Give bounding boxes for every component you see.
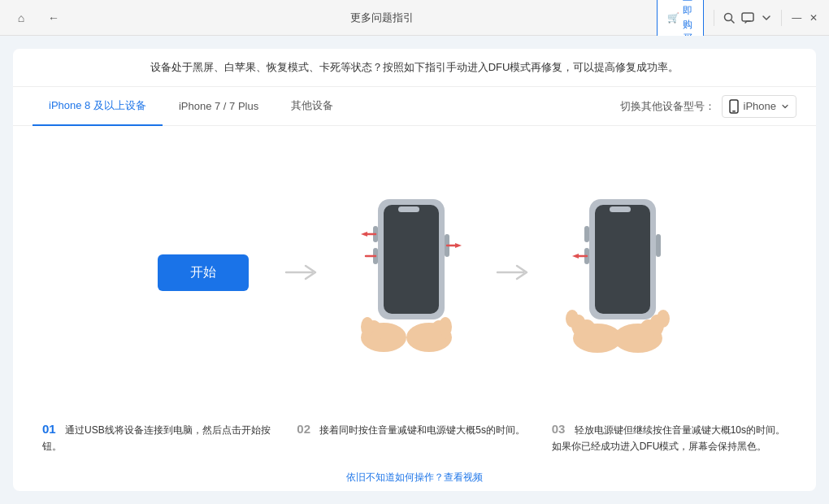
search-button[interactable]: [723, 7, 735, 29]
svg-marker-25: [572, 254, 579, 259]
step-desc-1: 01 通过USB线将设备连接到电脑，然后点击开始按钮。: [33, 419, 287, 454]
main-card: iPhone 8 及以上设备 iPhone 7 / 7 Plus 其他设备 切换…: [13, 87, 816, 491]
info-bar: 设备处于黑屏、白苹果、恢复模式、卡死等状态？按照如下指引手动进入DFU模式再修复…: [13, 49, 816, 87]
chat-button[interactable]: [741, 7, 754, 29]
tabs-bar: iPhone 8 及以上设备 iPhone 7 / 7 Plus 其他设备 切换…: [13, 87, 816, 126]
chevron-down-small-icon: [781, 102, 789, 111]
svg-marker-11: [361, 232, 367, 237]
svg-rect-2: [742, 13, 753, 21]
device-selector-label: 切换其他设备型号：: [620, 99, 715, 114]
step-text-3: 轻放电源键但继续按住音量减键大概10s的时间。如果你已经成功进入DFU模式，屏幕…: [552, 424, 785, 452]
steps-descriptions: 01 通过USB线将设备连接到电脑，然后点击开始按钮。 02 接着同时按住音量减…: [13, 419, 816, 464]
tab-other[interactable]: 其他设备: [275, 87, 349, 126]
page-title: 更多问题指引: [350, 11, 414, 25]
step-desc-2: 02 接着同时按住音量减键和电源键大概5s的时间。: [287, 419, 541, 454]
chat-icon: [741, 12, 754, 24]
back-button[interactable]: ←: [42, 7, 65, 29]
tab-iphone8[interactable]: iPhone 8 及以上设备: [33, 87, 163, 126]
home-button[interactable]: ⌂: [10, 7, 33, 29]
titlebar-center: 更多问题指引: [107, 11, 657, 25]
footer-link-area: 依旧不知道如何操作？查看视频: [13, 464, 816, 491]
svg-point-15: [361, 317, 374, 337]
titlebar-left: ⌂ ←: [10, 7, 107, 29]
svg-rect-4: [732, 111, 736, 112]
content-area: 开始: [13, 126, 816, 491]
arrow-right-icon-1: [284, 263, 317, 282]
svg-point-18: [439, 317, 452, 337]
step-num-2: 02: [297, 422, 310, 436]
svg-rect-7: [398, 206, 419, 212]
close-button[interactable]: ✕: [809, 7, 819, 29]
chevron-down-button[interactable]: [761, 7, 771, 29]
phone-small-icon: [729, 99, 739, 114]
svg-line-1: [731, 20, 735, 23]
phone-svg-2: [536, 187, 699, 358]
svg-rect-20: [595, 205, 650, 314]
svg-rect-22: [584, 226, 589, 242]
phone-illustration-1: [325, 187, 488, 358]
svg-marker-12: [455, 243, 462, 248]
arrow-2: [488, 263, 536, 282]
arrow-right-icon-2: [496, 263, 528, 282]
step-num-3: 03: [552, 422, 566, 436]
device-name: iPhone: [744, 100, 776, 112]
search-icon: [723, 12, 735, 24]
arrow-1: [276, 263, 325, 282]
step-text-2: 接着同时按住音量减键和电源键大概5s的时间。: [319, 424, 525, 436]
device-selector-area: 切换其他设备型号： iPhone: [620, 95, 796, 118]
device-selector[interactable]: iPhone: [722, 95, 796, 118]
svg-point-33: [657, 310, 670, 328]
minimize-button[interactable]: —: [792, 7, 802, 29]
cart-icon: 🛒: [667, 12, 679, 24]
titlebar: ⌂ ← 更多问题指引 🛒 立即购买 — ✕: [0, 0, 829, 36]
svg-rect-21: [610, 206, 631, 212]
tab-iphone7[interactable]: iPhone 7 / 7 Plus: [163, 87, 275, 126]
tabs-left: iPhone 8 及以上设备 iPhone 7 / 7 Plus 其他设备: [33, 87, 620, 125]
svg-rect-6: [384, 205, 439, 314]
svg-point-29: [566, 310, 579, 328]
svg-rect-24: [656, 234, 661, 257]
step-text-1: 通过USB线将设备连接到电脑，然后点击开始按钮。: [42, 424, 271, 452]
start-button-wrap: 开始: [130, 254, 276, 291]
phone-svg-1: [325, 187, 488, 358]
start-button[interactable]: 开始: [158, 254, 249, 291]
steps-visual: 开始: [13, 126, 816, 419]
phone-illustration-2: [536, 187, 699, 358]
main-container: 设备处于黑屏、白苹果、恢复模式、卡死等状态？按照如下指引手动进入DFU模式再修复…: [0, 36, 829, 504]
step-desc-3: 03 轻放电源键但继续按住音量减键大概10s的时间。如果你已经成功进入DFU模式…: [542, 419, 796, 454]
chevron-down-icon: [762, 13, 771, 23]
step-num-1: 01: [42, 422, 56, 436]
help-video-link[interactable]: 依旧不知道如何操作？查看视频: [346, 471, 483, 483]
info-text: 设备处于黑屏、白苹果、恢复模式、卡死等状态？按照如下指引手动进入DFU模式再修复…: [150, 61, 679, 73]
